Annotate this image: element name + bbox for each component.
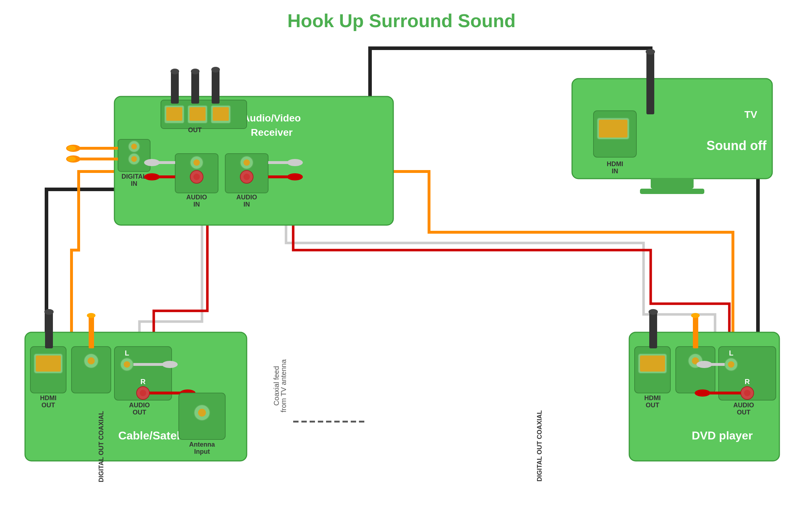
page-title: Hook Up Surround Sound <box>0 0 803 31</box>
tv-label: TV <box>744 109 757 120</box>
svg-point-16 <box>131 144 137 149</box>
svg-point-32 <box>144 159 160 166</box>
svg-point-54 <box>44 309 54 315</box>
digital-in-label2: IN <box>131 180 137 187</box>
svg-rect-76 <box>640 356 665 372</box>
coaxial-feed-label: Coaxial feed <box>272 366 280 406</box>
svg-point-49 <box>646 49 655 55</box>
antenna-input-label2: Input <box>194 448 210 455</box>
svg-point-87 <box>728 361 734 368</box>
svg-point-83 <box>691 313 700 318</box>
digital-in-label: DIGITAL <box>122 173 147 180</box>
tv-hdmi-in-label: HDMI <box>607 160 623 168</box>
coaxial-feed-label2: from TV antenna <box>280 359 287 412</box>
svg-rect-8 <box>171 71 179 104</box>
svg-rect-5 <box>166 107 182 121</box>
svg-point-68 <box>162 361 178 368</box>
svg-rect-77 <box>649 311 657 348</box>
dvd-digital-out-label: DIGITAL OUT COAXIAL <box>536 410 543 481</box>
svg-rect-58 <box>89 314 94 348</box>
svg-point-38 <box>243 174 250 180</box>
dvd-label: DVD player <box>692 429 753 442</box>
svg-text:L: L <box>729 349 733 357</box>
svg-rect-9 <box>191 71 199 104</box>
svg-rect-82 <box>693 314 698 348</box>
tv-sound-off: Sound off <box>706 138 767 153</box>
svg-point-90 <box>744 390 750 396</box>
cable-audio-out-label: AUDIO <box>129 402 150 409</box>
svg-point-29 <box>193 174 200 180</box>
svg-point-22 <box>67 146 76 151</box>
svg-text:R: R <box>141 378 146 386</box>
svg-point-92 <box>696 361 712 368</box>
svg-point-33 <box>144 173 160 180</box>
svg-rect-47 <box>599 120 627 138</box>
cable-hdmi-out-label2: OUT <box>41 402 55 409</box>
tv-hdmi-in-label2: IN <box>612 168 618 175</box>
svg-point-18 <box>131 156 137 162</box>
dvd-hdmi-out-label: HDMI <box>644 394 661 402</box>
audio-in1-label: AUDIO <box>186 194 207 201</box>
dvd-audio-out-label2: OUT <box>737 409 750 416</box>
svg-point-66 <box>140 390 146 396</box>
svg-rect-43 <box>651 178 694 189</box>
svg-rect-53 <box>45 311 53 348</box>
svg-point-12 <box>191 69 199 74</box>
svg-point-78 <box>649 309 658 315</box>
svg-point-73 <box>198 409 206 417</box>
svg-rect-10 <box>212 70 220 104</box>
audio-in1-label2: IN <box>193 201 200 208</box>
svg-rect-48 <box>646 50 654 114</box>
svg-point-24 <box>67 156 76 161</box>
dvd-hdmi-out-label2: OUT <box>646 402 659 409</box>
cable-audio-out-label2: OUT <box>133 409 146 416</box>
svg-point-94 <box>695 389 710 397</box>
hdmi-out-label: OUT <box>188 126 202 134</box>
cable-digital-out-label: DIGITAL OUT COAXIAL <box>98 411 105 482</box>
svg-point-57 <box>88 357 95 364</box>
svg-point-13 <box>211 67 220 73</box>
svg-point-59 <box>87 313 95 318</box>
svg-point-11 <box>171 69 179 74</box>
svg-point-36 <box>243 159 250 166</box>
svg-point-41 <box>287 159 303 166</box>
receiver-label: Audio/Video <box>243 113 301 124</box>
svg-text:L: L <box>125 349 129 357</box>
audio-in2-label2: IN <box>243 201 250 208</box>
audio-in2-label: AUDIO <box>236 194 257 201</box>
svg-text:R: R <box>745 378 750 386</box>
svg-rect-44 <box>640 189 704 194</box>
receiver-label2: Receiver <box>251 127 293 138</box>
svg-point-27 <box>193 159 200 166</box>
svg-rect-6 <box>189 107 206 121</box>
svg-rect-7 <box>213 107 229 121</box>
svg-rect-52 <box>36 356 61 372</box>
antenna-input-label: Antenna <box>189 441 215 448</box>
dvd-audio-out-label: AUDIO <box>733 402 754 409</box>
cable-hdmi-out-label: HDMI <box>40 394 56 402</box>
svg-point-63 <box>124 361 130 368</box>
svg-point-42 <box>287 173 303 180</box>
